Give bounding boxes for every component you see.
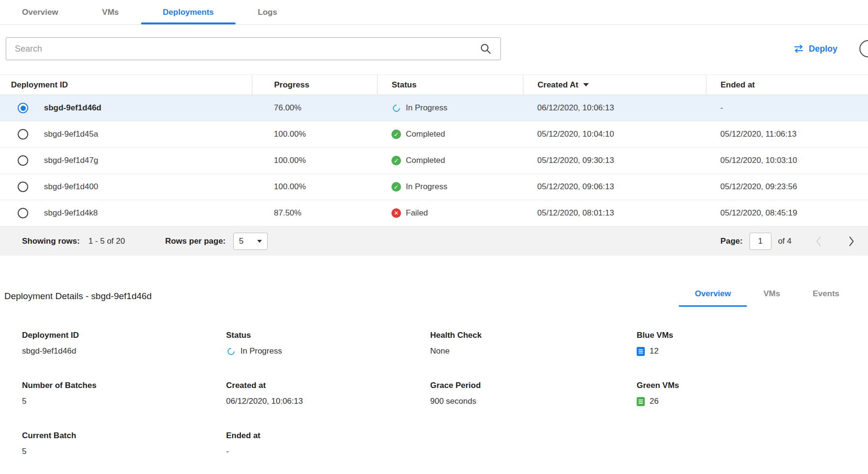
caret-down-icon bbox=[257, 240, 262, 243]
details-title: Deployment Details - sbgd-9ef1d46d bbox=[4, 291, 679, 302]
refresh-icon[interactable] bbox=[859, 40, 868, 57]
deployments-page: Overview VMs Deployments Logs Deploy bbox=[0, 0, 868, 474]
ended-at-cell: 05/12/2020, 09:23:56 bbox=[706, 174, 868, 200]
progress-cell: 100.00% bbox=[252, 148, 377, 174]
details-tab-vms[interactable]: VMs bbox=[747, 285, 796, 307]
field-label: Green VMs bbox=[637, 381, 868, 390]
field-label: Ended at bbox=[226, 431, 430, 441]
toolbar: Deploy bbox=[0, 37, 868, 60]
created-at-cell: 05/12/2020, 08:01:13 bbox=[523, 200, 706, 226]
status-completed-icon bbox=[391, 129, 401, 139]
field-label: Number of Batches bbox=[22, 381, 226, 390]
table-row[interactable]: sbgd-9ef1d47g 100.00% Completed 05/12/20… bbox=[0, 148, 868, 174]
table-row[interactable]: sbgd-9ef1d4k8 87.50% Failed 05/12/2020, … bbox=[0, 200, 868, 226]
field-value: 06/12/2020, 10:06:13 bbox=[226, 397, 430, 406]
status-in-progress-icon bbox=[391, 103, 401, 113]
deploy-button[interactable]: Deploy bbox=[793, 44, 837, 54]
column-header-progress[interactable]: Progress bbox=[252, 75, 377, 95]
details-tab-bar: Overview VMs Events bbox=[679, 285, 856, 307]
pagination: Page: of 4 bbox=[720, 233, 855, 250]
tab-overview[interactable]: Overview bbox=[0, 0, 80, 24]
column-header-ended-at[interactable]: Ended at bbox=[706, 75, 868, 95]
details-column-1: Deployment ID sbgd-9ef1d46d Number of Ba… bbox=[22, 331, 226, 474]
deployment-id-cell: sbgd-9ef1d46d bbox=[44, 103, 101, 113]
status-failed-icon bbox=[391, 208, 401, 218]
deployment-id-cell: sbgd-9ef1d45a bbox=[44, 129, 98, 139]
column-header-status[interactable]: Status bbox=[377, 75, 523, 95]
field-label: Blue VMs bbox=[637, 331, 868, 340]
tab-deployments[interactable]: Deployments bbox=[141, 0, 236, 24]
details-column-2: Status In Progress Created at 06/12/2020… bbox=[226, 331, 430, 474]
swap-arrows-icon bbox=[793, 44, 804, 53]
deployments-table: Deployment ID Progress Status Created At… bbox=[0, 75, 868, 226]
chevron-right-icon bbox=[848, 236, 855, 247]
ended-at-cell: 05/12/2020, 10:03:10 bbox=[706, 148, 868, 174]
status-cell: Completed bbox=[406, 129, 445, 139]
rows-per-page-value: 5 bbox=[239, 237, 243, 246]
row-radio[interactable] bbox=[18, 208, 28, 218]
ended-at-cell: 05/12/2020, 08:45:19 bbox=[706, 200, 868, 226]
field-grace-period: Grace Period 900 seconds bbox=[430, 381, 637, 406]
table-row[interactable]: sbgd-9ef1d400 100.00% In Progress 05/12/… bbox=[0, 174, 868, 200]
details-tab-events[interactable]: Events bbox=[796, 285, 856, 307]
status-completed-icon bbox=[391, 156, 401, 165]
row-radio[interactable] bbox=[18, 182, 28, 192]
status-cell: Completed bbox=[406, 156, 445, 165]
tab-logs[interactable]: Logs bbox=[236, 0, 299, 24]
row-radio[interactable] bbox=[18, 129, 28, 140]
status-cell: In Progress bbox=[406, 182, 447, 192]
showing-rows-label: Showing rows: bbox=[22, 237, 80, 246]
ended-at-cell: 05/12/2020, 11:06:13 bbox=[706, 121, 868, 148]
field-value: 5 bbox=[22, 447, 226, 456]
field-value: 5 bbox=[22, 397, 226, 406]
ended-at-cell: - bbox=[706, 95, 868, 121]
created-at-cell: 05/12/2020, 10:04:10 bbox=[523, 121, 706, 148]
page-input[interactable] bbox=[749, 233, 771, 250]
field-health-check: Health Check None bbox=[430, 331, 637, 356]
field-created-at: Created at 06/12/2020, 10:06:13 bbox=[226, 381, 430, 406]
field-green-vms: Green VMs 26 bbox=[637, 381, 868, 406]
field-status: Status In Progress bbox=[226, 331, 430, 356]
status-in-progress-icon bbox=[226, 346, 236, 356]
field-value: None bbox=[430, 346, 637, 356]
deploy-label: Deploy bbox=[809, 44, 837, 54]
field-label: Status bbox=[226, 331, 430, 340]
field-ended-at: Ended at - bbox=[226, 431, 430, 456]
search-input[interactable] bbox=[6, 37, 501, 60]
field-label: Deployment ID bbox=[22, 331, 226, 340]
search-box bbox=[6, 37, 501, 60]
table-row[interactable]: sbgd-9ef1d45a 100.00% Completed 05/12/20… bbox=[0, 121, 868, 148]
row-radio[interactable] bbox=[18, 103, 28, 113]
field-current-batch: Current Batch 5 bbox=[22, 431, 226, 456]
chevron-left-icon bbox=[815, 236, 822, 247]
created-at-cell: 05/12/2020, 09:30:13 bbox=[523, 148, 706, 174]
next-page-button[interactable] bbox=[848, 236, 855, 247]
deployment-id-cell: sbgd-9ef1d4k8 bbox=[44, 208, 98, 218]
details-column-4: Blue VMs 12 Green VMs 26 bbox=[637, 331, 868, 474]
column-header-deployment-id[interactable]: Deployment ID bbox=[0, 75, 252, 95]
field-value: In Progress bbox=[240, 346, 282, 356]
green-vm-icon bbox=[637, 397, 645, 406]
page-total: of 4 bbox=[778, 237, 792, 246]
details-grid: Deployment ID sbgd-9ef1d46d Number of Ba… bbox=[0, 331, 868, 474]
blue-vm-icon bbox=[637, 347, 645, 356]
table-footer: Showing rows: 1 - 5 of 20 Rows per page:… bbox=[0, 226, 868, 256]
prev-page-button[interactable] bbox=[815, 236, 822, 247]
details-tab-overview[interactable]: Overview bbox=[679, 285, 748, 307]
top-tab-bar: Overview VMs Deployments Logs bbox=[0, 0, 868, 25]
column-header-created-at[interactable]: Created At bbox=[523, 75, 706, 95]
details-header: Deployment Details - sbgd-9ef1d46d Overv… bbox=[0, 285, 868, 307]
table-row[interactable]: sbgd-9ef1d46d 76.00% In Progress 06/12/2… bbox=[0, 95, 868, 121]
field-value: - bbox=[226, 447, 430, 456]
field-value: 12 bbox=[650, 346, 659, 356]
deployment-id-cell: sbgd-9ef1d400 bbox=[44, 182, 98, 192]
field-value: sbgd-9ef1d46d bbox=[22, 346, 226, 356]
field-label: Grace Period bbox=[430, 381, 637, 390]
created-at-cell: 05/12/2020, 09:06:13 bbox=[523, 174, 706, 200]
row-radio[interactable] bbox=[18, 155, 28, 166]
progress-cell: 87.50% bbox=[252, 200, 377, 226]
tab-vms[interactable]: VMs bbox=[80, 0, 141, 24]
created-at-cell: 06/12/2020, 10:06:13 bbox=[523, 95, 706, 121]
rows-per-page-select[interactable]: 5 bbox=[233, 233, 268, 250]
field-blue-vms: Blue VMs 12 bbox=[637, 331, 868, 356]
